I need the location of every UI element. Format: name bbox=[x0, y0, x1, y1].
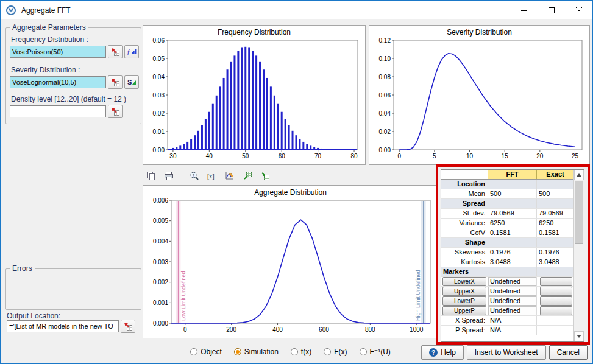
scroll-up-button[interactable] bbox=[574, 170, 584, 180]
svg-text:40: 40 bbox=[206, 153, 213, 159]
maximize-icon bbox=[549, 7, 555, 13]
app-icon bbox=[5, 5, 16, 16]
marker-lowerx-exact-button[interactable] bbox=[540, 277, 572, 286]
stats-row: Variance62506250 bbox=[441, 219, 573, 228]
copy-button[interactable] bbox=[144, 169, 158, 183]
svg-text:0.001: 0.001 bbox=[153, 299, 168, 306]
severity-distribution-picker-button[interactable]: S bbox=[124, 75, 139, 89]
output-mode-radio-group: ObjectSimulationf(x)F(x)F⁻¹(U) bbox=[143, 348, 438, 356]
radio-circle-icon bbox=[291, 348, 298, 355]
chart-edit-icon bbox=[225, 171, 235, 181]
show-values-button[interactable]: [x] bbox=[205, 169, 219, 183]
export-chart-button[interactable] bbox=[258, 169, 272, 183]
radio-label: Simulation bbox=[244, 348, 279, 356]
group-title: Aggregate Parameters bbox=[10, 23, 88, 32]
scroll-down-button[interactable] bbox=[574, 331, 584, 341]
cell-select-icon bbox=[111, 47, 119, 56]
svg-text:0.12: 0.12 bbox=[379, 37, 391, 44]
radio-label: f(x) bbox=[301, 348, 311, 356]
density-select-cell-button[interactable] bbox=[108, 105, 123, 118]
stats-row: St. dev.79.056979.0569 bbox=[441, 209, 573, 219]
svg-text:0.08: 0.08 bbox=[379, 74, 391, 80]
svg-text:80: 80 bbox=[350, 153, 358, 159]
radio-fu[interactable]: F⁻¹(U) bbox=[360, 348, 391, 356]
close-button[interactable] bbox=[565, 1, 592, 19]
svg-text:Aggregate Distribution: Aggregate Distribution bbox=[254, 188, 327, 197]
svg-text:400: 400 bbox=[272, 326, 283, 333]
severity-distribution-input[interactable] bbox=[10, 76, 106, 88]
marker-lowerx-button[interactable]: LowerX bbox=[442, 277, 486, 286]
chart-toolbar: ? [x] bbox=[144, 169, 272, 183]
svg-text:0.003: 0.003 bbox=[153, 259, 168, 265]
svg-text:0.00: 0.00 bbox=[153, 147, 165, 153]
maximize-button[interactable] bbox=[538, 1, 565, 19]
marker-upperp-exact-button[interactable] bbox=[540, 306, 572, 315]
radio-object[interactable]: Object bbox=[190, 348, 222, 356]
marker-upperx-exact-button[interactable] bbox=[540, 287, 572, 296]
errors-group: Errors bbox=[5, 268, 141, 310]
svg-text:0.005: 0.005 bbox=[153, 217, 168, 224]
zoom-button[interactable]: ? bbox=[187, 169, 202, 183]
svg-text:0.03: 0.03 bbox=[153, 92, 165, 99]
radio-label: F(x) bbox=[334, 348, 347, 356]
radio-fx[interactable]: F(x) bbox=[324, 348, 347, 356]
stats-row: Kurtosis3.04883.0488 bbox=[441, 257, 573, 267]
severity-select-cell-button[interactable] bbox=[108, 75, 123, 89]
stats-row: LowerPUndefined bbox=[441, 296, 573, 306]
copy-icon bbox=[146, 171, 156, 181]
print-button[interactable] bbox=[162, 169, 176, 183]
stats-row: UpperXUndefined bbox=[441, 287, 573, 296]
density-level-input[interactable] bbox=[10, 105, 106, 117]
marker-lowerp-button[interactable]: LowerP bbox=[442, 296, 486, 306]
marker-upperp-button[interactable]: UpperP bbox=[442, 306, 486, 315]
stats-row: LowerXUndefined bbox=[441, 277, 573, 287]
arrow-down-icon bbox=[577, 335, 581, 338]
svg-text:0.06: 0.06 bbox=[153, 37, 165, 44]
radio-simulation[interactable]: Simulation bbox=[234, 348, 279, 356]
stats-scrollbar[interactable] bbox=[573, 170, 584, 341]
svg-text:30: 30 bbox=[169, 153, 177, 159]
output-select-cell-button[interactable] bbox=[121, 320, 135, 333]
errors-label: Errors bbox=[10, 264, 35, 273]
radio-label: Object bbox=[201, 348, 222, 356]
aggregate-fft-window: Aggregate FFT Aggregate Parameters Frequ… bbox=[0, 0, 593, 364]
marker-upperx-button[interactable]: UpperX bbox=[442, 287, 486, 296]
stats-row: Spread bbox=[441, 199, 573, 209]
output-location-input[interactable] bbox=[7, 320, 119, 332]
svg-text:600: 600 bbox=[319, 326, 329, 333]
radio-circle-icon bbox=[360, 348, 367, 355]
radio-fx[interactable]: f(x) bbox=[291, 348, 311, 356]
stats-row: Location bbox=[441, 180, 573, 189]
frequency-chart: Frequency Distribution0.000.010.020.030.… bbox=[143, 26, 365, 164]
help-button[interactable]: ? Help bbox=[421, 345, 464, 360]
svg-text:0.004: 0.004 bbox=[153, 238, 168, 245]
chart-options-button[interactable] bbox=[222, 169, 237, 183]
frequency-distribution-picker-button[interactable]: f bbox=[124, 45, 139, 58]
svg-text:0.05: 0.05 bbox=[153, 55, 165, 62]
cancel-button[interactable]: Cancel bbox=[549, 345, 588, 360]
help-button-label: Help bbox=[441, 348, 456, 357]
density-level-label: Density level [12..20] (default = 12 ) bbox=[11, 95, 126, 103]
marker-lowerp-exact-button[interactable] bbox=[540, 296, 572, 306]
insert-to-worksheet-button[interactable]: Insert to Worksheet bbox=[467, 345, 546, 360]
svg-text:20: 20 bbox=[536, 153, 544, 159]
frequency-select-cell-button[interactable] bbox=[108, 45, 123, 58]
minimize-button[interactable] bbox=[510, 1, 538, 19]
svg-text:0.04: 0.04 bbox=[379, 110, 391, 117]
svg-text:[x]: [x] bbox=[207, 173, 215, 180]
stats-row: UpperPUndefined bbox=[441, 306, 573, 316]
stats-row: Shape bbox=[441, 238, 573, 248]
cell-select-icon bbox=[111, 78, 119, 86]
svg-text:Frequency Distribution: Frequency Distribution bbox=[218, 28, 291, 37]
cancel-button-label: Cancel bbox=[557, 348, 580, 357]
output-location-label: Output Location: bbox=[7, 312, 60, 320]
export-data-button[interactable] bbox=[240, 169, 255, 183]
svg-text:0.06: 0.06 bbox=[379, 92, 391, 99]
stats-row: CofV0.15810.1581 bbox=[441, 228, 573, 238]
export-chart-icon bbox=[260, 171, 270, 181]
scroll-thumb[interactable] bbox=[575, 181, 583, 244]
frequency-distribution-input[interactable] bbox=[10, 46, 106, 58]
svg-text:High Limit Undefined: High Limit Undefined bbox=[415, 270, 421, 321]
svg-text:25: 25 bbox=[572, 153, 579, 159]
svg-text:0: 0 bbox=[183, 326, 187, 333]
